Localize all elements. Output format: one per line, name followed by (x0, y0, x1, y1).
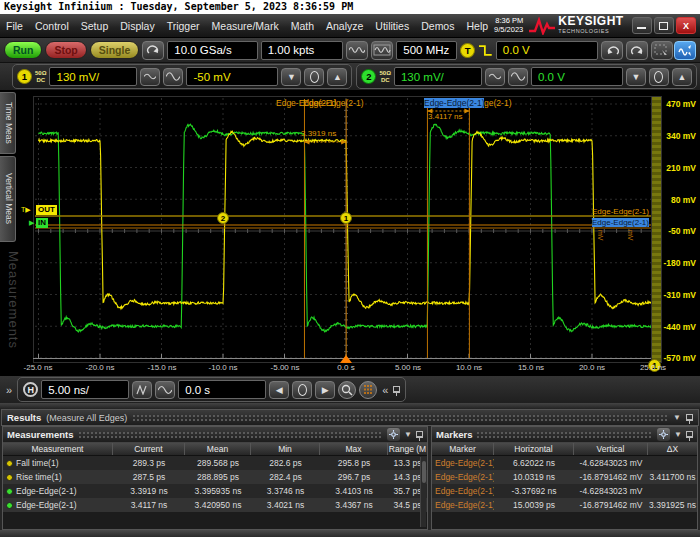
measurement-row[interactable]: Edge-Edge(2-1) 3.4117 ns 3.420950 ns 3.4… (3, 498, 427, 512)
menu-utilities[interactable]: Utilities (369, 14, 415, 37)
marker-label-right-2[interactable]: Edge-Edge(2-1) (592, 218, 649, 227)
zoom-window-button[interactable] (338, 381, 356, 399)
menu-demos[interactable]: Demos (415, 14, 460, 37)
measurement-row[interactable]: Fall time(1) 289.3 ps 289.568 ps 282.6 p… (3, 456, 427, 470)
horizontal-badge[interactable]: H (23, 382, 38, 397)
dropdown-arrow-icon[interactable]: ▼ (674, 430, 682, 439)
channel-1-coupling[interactable]: 50ΩDC (35, 70, 46, 83)
channel-2-scale-field[interactable]: 130 mV/ (394, 67, 482, 86)
measurement-row[interactable]: Edge-Edge(2-1) 3.3919 ns 3.395935 ns 3.3… (3, 484, 427, 498)
channel-2-offset-up-button[interactable]: ▲ (672, 68, 692, 86)
dropdown-arrow-icon[interactable]: ▼ (404, 430, 412, 439)
timebase-compress-button[interactable] (132, 381, 152, 399)
acq-mode-segmented-button[interactable] (371, 41, 393, 60)
menu-control[interactable]: Control (29, 14, 75, 37)
channel-2-coupling[interactable]: 50ΩDC (379, 70, 390, 83)
trigger-level-marker[interactable]: T▶ (21, 206, 31, 214)
pin-icon[interactable] (686, 414, 693, 421)
markers-header[interactable]: Markers ▼ (432, 427, 697, 443)
segmented-display-button[interactable] (359, 381, 377, 399)
bandwidth-field[interactable]: 500 MHz (396, 41, 457, 60)
menu-file[interactable]: File (0, 14, 29, 37)
channel-1-offset-down-button[interactable]: ▼ (281, 68, 301, 86)
collapse-chevrons[interactable]: « (380, 384, 390, 396)
menu-help[interactable]: Help (460, 14, 494, 37)
results-header[interactable]: Results (Measure All Edges) ▼ (1, 409, 699, 426)
channel-1-scale-field[interactable]: 130 mV/ (49, 67, 137, 86)
minimize-button[interactable] (632, 17, 652, 34)
waveform-plot[interactable] (33, 96, 653, 363)
pin-icon[interactable] (416, 431, 423, 438)
timebase-position-field[interactable]: 0.0 s (178, 380, 266, 399)
measurements-header[interactable]: Measurements ▼ (3, 427, 427, 443)
col-mean[interactable]: Mean (185, 443, 251, 455)
undo-button[interactable] (601, 41, 623, 60)
trigger-badge[interactable]: T (460, 43, 475, 58)
marker-row[interactable]: Edge-Edge(2-1) 10.0319 ns -16.8791462 mV… (432, 470, 697, 484)
col-marker[interactable]: Marker (432, 443, 494, 455)
scrollbar[interactable] (420, 457, 426, 527)
channel-2-small-scale-button[interactable] (485, 68, 505, 86)
trigger-position-marker[interactable] (340, 355, 352, 363)
menu-setup[interactable]: Setup (75, 14, 114, 37)
channel-2-offset-zero-button[interactable] (649, 68, 669, 86)
col-horizontal[interactable]: Horizontal (494, 443, 574, 455)
channel-1-offset-zero-button[interactable] (304, 68, 324, 86)
acq-mode-realtime-button[interactable] (346, 41, 368, 60)
dropdown-arrow-icon[interactable]: ▼ (673, 413, 681, 422)
col-vertical[interactable]: Vertical (574, 443, 648, 455)
col-max[interactable]: Max (320, 443, 388, 455)
position-right-button[interactable]: ▶ (315, 381, 335, 399)
memory-depth-field[interactable]: 1.00 kpts (261, 41, 344, 60)
gear-icon[interactable] (657, 428, 670, 441)
gear-icon[interactable] (387, 428, 400, 441)
marker-row[interactable]: Edge-Edge(2-1) 15.0039 ps -16.8791462 mV… (432, 498, 697, 512)
menu-trigger[interactable]: Trigger (161, 14, 206, 37)
close-button[interactable]: X (676, 17, 696, 34)
pin-icon[interactable] (393, 386, 400, 393)
pan-zoom-mode-button[interactable] (674, 41, 696, 60)
channel-2-source-label[interactable]: IN (36, 218, 48, 228)
marker-row[interactable]: Edge-Edge(2-1) 6.62022 ns -4.62843023 mV (432, 456, 697, 470)
channel-1-badge[interactable]: 1 (17, 69, 32, 84)
timebase-expand-button[interactable] (155, 381, 175, 399)
sample-rate-field[interactable]: 10.0 GSa/s (167, 41, 257, 60)
timebase-scale-field[interactable]: 5.00 ns/ (41, 380, 129, 399)
expand-chevrons[interactable]: » (4, 384, 14, 396)
measurement-badge-1[interactable]: 1 (340, 212, 352, 224)
channel-1-small-scale-button[interactable] (140, 68, 160, 86)
redo-button[interactable] (626, 41, 648, 60)
touch-mode-button[interactable] (142, 41, 164, 60)
measurement-row[interactable]: Rise time(1) 287.5 ps 288.895 ps 282.4 p… (3, 470, 427, 484)
channel-2-ground-marker[interactable]: ▶ (29, 219, 34, 227)
channel-2-badge[interactable]: 2 (361, 69, 376, 84)
tab-vertical-meas[interactable]: Vertical Meas (0, 156, 16, 242)
position-zero-button[interactable] (292, 381, 312, 399)
edge-measure-label-selected[interactable]: Edge-Edge(2-1) (424, 98, 484, 108)
channel-1-offset-field[interactable]: -50 mV (186, 67, 278, 86)
channel-1-large-scale-button[interactable] (163, 68, 183, 86)
menu-analyze[interactable]: Analyze (320, 14, 369, 37)
tab-time-meas[interactable]: Time Meas (0, 92, 16, 154)
col-current[interactable]: Current (113, 443, 185, 455)
region-select-button[interactable] (651, 41, 673, 60)
trigger-level-field[interactable]: 0.0 V (496, 41, 598, 60)
menu-display[interactable]: Display (114, 14, 160, 37)
marker-row[interactable]: Edge-Edge(2-1) -3.37692 ns -4.62843023 m… (432, 484, 697, 498)
col-min[interactable]: Min (251, 443, 320, 455)
edge-measure-label-2[interactable]: Edge-Edge(2-1) (303, 98, 363, 108)
channel-1-source-label[interactable]: OUT (36, 205, 57, 215)
single-button[interactable]: Single (90, 41, 140, 59)
maximize-button[interactable] (654, 17, 674, 34)
col-measurement[interactable]: Measurement (3, 443, 113, 455)
menu-math[interactable]: Math (285, 14, 320, 37)
measurement-badge-2[interactable]: 2 (217, 212, 229, 224)
channel-2-offset-field[interactable]: 0.0 V (531, 67, 623, 86)
run-button[interactable]: Run (4, 41, 42, 59)
position-left-button[interactable]: ◀ (269, 381, 289, 399)
pin-icon[interactable] (686, 431, 693, 438)
marker-label-right-1[interactable]: Edge-Edge(2-1) (592, 207, 649, 216)
channel-1-offset-up-button[interactable]: ▲ (327, 68, 347, 86)
col-range[interactable]: Range (M (388, 443, 427, 455)
channel-2-offset-down-button[interactable]: ▼ (626, 68, 646, 86)
